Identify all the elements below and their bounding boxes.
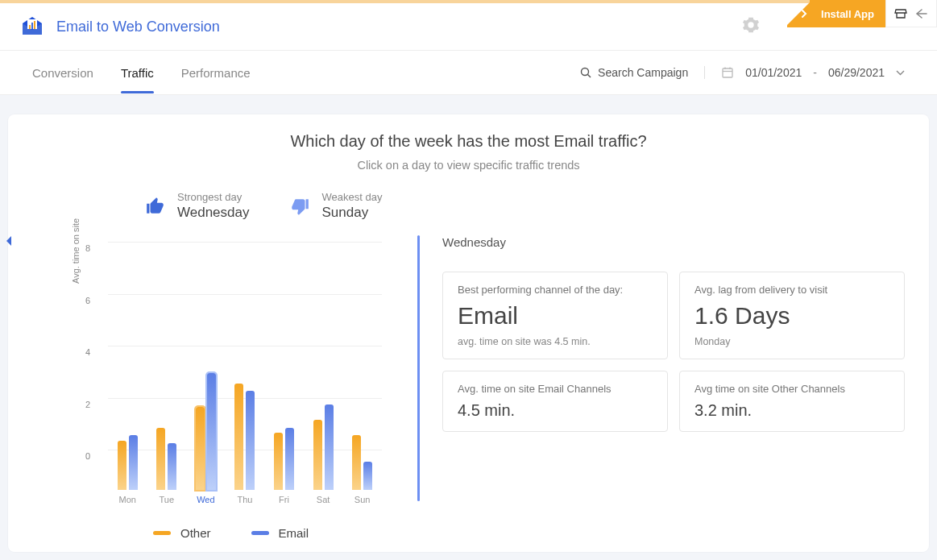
- tab-conversion[interactable]: Conversion: [32, 53, 93, 93]
- gear-icon: [742, 16, 760, 34]
- date-to: 06/29/2021: [828, 66, 885, 79]
- bar-group-mon[interactable]: [114, 435, 141, 490]
- chevron-down-icon: [896, 70, 905, 76]
- search-icon: [580, 67, 591, 78]
- svg-point-4: [582, 68, 589, 76]
- xlabel[interactable]: Sun: [349, 495, 376, 504]
- xlabel[interactable]: Fri: [271, 495, 298, 504]
- ytick: 6: [85, 296, 90, 305]
- xlabel[interactable]: Mon: [114, 495, 141, 504]
- metric-label: Avg. time on site Email Channels: [458, 383, 653, 395]
- bar-group-wed[interactable]: [192, 373, 219, 490]
- calendar-icon: [721, 66, 734, 79]
- legend-other[interactable]: Other: [153, 526, 211, 540]
- chart-legend: Other Email: [153, 526, 309, 540]
- strongest-label: Strongest day: [177, 191, 249, 203]
- date-separator: -: [813, 66, 817, 79]
- install-app-button[interactable]: Install App: [810, 0, 885, 27]
- bar-email: [325, 404, 334, 490]
- metric-value: 4.5 min.: [458, 401, 653, 420]
- metric-sub: Monday: [694, 336, 889, 347]
- thumb-up-icon: [145, 196, 166, 217]
- bar-email: [168, 443, 176, 490]
- detail-panel: Wednesday Best performing channel of the…: [434, 235, 905, 501]
- search-campaign-button[interactable]: Search Campaign: [580, 66, 705, 79]
- bar-other: [274, 433, 283, 490]
- lower-section: Avg. time on site 02468 MonTueWedThuFriS…: [32, 235, 905, 501]
- content-area: Which day of the week has the most Email…: [0, 95, 937, 560]
- legend-other-label: Other: [180, 526, 211, 540]
- ytick: 8: [85, 243, 90, 253]
- top-icon-tray: [885, 0, 937, 27]
- metric-best-channel: Best performing channel of the day: Emai…: [442, 272, 668, 359]
- xlabel[interactable]: Tue: [153, 495, 180, 504]
- weakest-value: Sunday: [321, 205, 382, 221]
- ytick: 2: [85, 400, 90, 409]
- metric-label: Avg. lag from delivery to visit: [694, 284, 889, 296]
- triangle-left-icon: [5, 235, 13, 247]
- metric-value: 1.6 Days: [694, 302, 889, 330]
- legend-email-label: Email: [279, 526, 309, 540]
- legend-swatch-other: [153, 531, 171, 535]
- xlabel[interactable]: Thu: [231, 495, 259, 504]
- svg-rect-1: [29, 25, 31, 29]
- metric-grid: Best performing channel of the day: Emai…: [442, 272, 905, 432]
- weakest-day-block: Weakest day Sunday: [289, 191, 382, 221]
- store-icon[interactable]: [894, 8, 907, 19]
- chevron-right-icon: [800, 10, 808, 18]
- chart-panel: Avg. time on site 02468 MonTueWedThuFriS…: [32, 235, 411, 501]
- bar-email: [285, 428, 294, 490]
- selected-day-title: Wednesday: [442, 235, 905, 249]
- ytick: 4: [85, 347, 90, 357]
- svg-line-5: [588, 75, 591, 78]
- search-label: Search Campaign: [598, 66, 688, 79]
- date-from: 01/01/2021: [745, 66, 802, 79]
- bar-group-thu[interactable]: [231, 384, 259, 490]
- traffic-card: Which day of the week has the most Email…: [8, 114, 929, 552]
- chart-bars: [108, 282, 382, 490]
- chart-ylabel: Avg. time on site: [71, 218, 81, 284]
- settings-button[interactable]: [742, 16, 760, 37]
- card-title: Which day of the week has the most Email…: [32, 132, 905, 151]
- metric-label: Best performing channel of the day:: [458, 284, 653, 296]
- ytick: 0: [85, 451, 90, 461]
- metric-value: 3.2 min.: [694, 401, 889, 420]
- svg-rect-2: [31, 23, 33, 29]
- weakest-label: Weakest day: [321, 191, 382, 203]
- metric-avg-lag: Avg. lag from delivery to visit 1.6 Days…: [679, 272, 905, 359]
- toolbar-right: Search Campaign 01/01/2021 - 06/29/2021: [580, 66, 905, 79]
- svg-rect-3: [34, 21, 35, 29]
- thumb-down-icon: [289, 196, 310, 217]
- bar-email: [207, 373, 216, 490]
- legend-email[interactable]: Email: [251, 526, 309, 540]
- bar-email: [246, 391, 255, 490]
- banner-diagonal: [787, 0, 810, 27]
- card-subtitle: Click on a day to view specific traffic …: [32, 159, 905, 172]
- tab-performance[interactable]: Performance: [181, 53, 251, 93]
- metric-other-time: Avg time on site Other Channels 3.2 min.: [679, 371, 905, 432]
- metric-sub: avg. time on site was 4.5 min.: [458, 336, 653, 347]
- bar-group-fri[interactable]: [271, 428, 298, 490]
- metric-email-time: Avg. time on site Email Channels 4.5 min…: [442, 371, 668, 432]
- bar-email: [363, 462, 372, 490]
- bar-other: [196, 407, 205, 490]
- bar-other: [118, 441, 126, 490]
- chart-xlabels: MonTueWedThuFriSatSun: [108, 495, 382, 504]
- bar-other: [352, 435, 361, 490]
- xlabel[interactable]: Sat: [309, 495, 337, 504]
- grid-line: [108, 242, 382, 243]
- xlabel[interactable]: Wed: [192, 495, 219, 504]
- bar-group-sat[interactable]: [309, 404, 337, 490]
- sub-header: Conversion Traffic Performance Search Ca…: [0, 51, 937, 95]
- bar-group-tue[interactable]: [153, 428, 180, 490]
- collapse-panel-button[interactable]: [5, 235, 13, 250]
- strongest-value: Wednesday: [177, 205, 249, 221]
- date-range-picker[interactable]: 01/01/2021 - 06/29/2021: [721, 66, 905, 79]
- bar-email: [129, 435, 138, 490]
- back-arrow-icon[interactable]: [915, 9, 928, 19]
- metric-value: Email: [458, 302, 653, 330]
- tab-traffic[interactable]: Traffic: [121, 53, 154, 93]
- svg-rect-6: [723, 68, 732, 77]
- bar-other: [234, 384, 243, 490]
- bar-group-sun[interactable]: [349, 435, 376, 490]
